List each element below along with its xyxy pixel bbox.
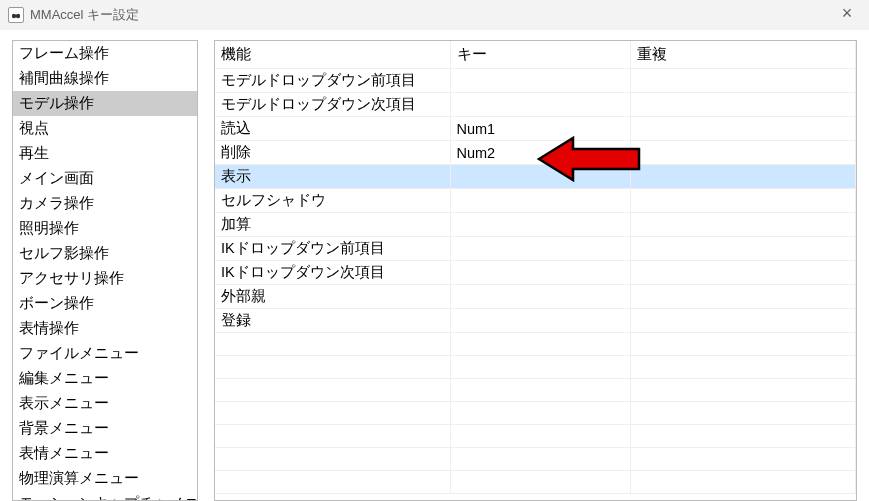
cell-key[interactable]: [450, 356, 630, 379]
sidebar-item[interactable]: モーションキャプチャメニュー: [13, 491, 197, 501]
sidebar-item[interactable]: カメラ操作: [13, 191, 197, 216]
cell-key[interactable]: [450, 471, 630, 494]
table-row[interactable]: 登録: [215, 309, 856, 333]
cell-dup[interactable]: [630, 141, 856, 165]
cell-key[interactable]: [450, 379, 630, 402]
cell-key[interactable]: [450, 425, 630, 448]
cell-dup[interactable]: [630, 471, 856, 494]
cell-func[interactable]: 外部親: [215, 285, 450, 309]
table-row[interactable]: セルフシャドウ: [215, 189, 856, 213]
cell-func[interactable]: セルフシャドウ: [215, 189, 450, 213]
category-list[interactable]: フレーム操作補間曲線操作モデル操作視点再生メイン画面カメラ操作照明操作セルフ影操…: [12, 40, 198, 501]
keybind-table[interactable]: 機能 キー 重複 モデルドロップダウン前項目モデルドロップダウン次項目読込Num…: [215, 41, 856, 494]
sidebar-item[interactable]: 補間曲線操作: [13, 66, 197, 91]
cell-dup[interactable]: [630, 333, 856, 356]
cell-func[interactable]: 加算: [215, 213, 450, 237]
cell-dup[interactable]: [630, 213, 856, 237]
table-row[interactable]: 加算: [215, 213, 856, 237]
col-header-key[interactable]: キー: [450, 41, 630, 69]
table-row[interactable]: 表示: [215, 165, 856, 189]
content-area: フレーム操作補間曲線操作モデル操作視点再生メイン画面カメラ操作照明操作セルフ影操…: [0, 30, 869, 501]
cell-func[interactable]: [215, 379, 450, 402]
cell-dup[interactable]: [630, 189, 856, 213]
col-header-dup[interactable]: 重複: [630, 41, 856, 69]
table-row[interactable]: IKドロップダウン前項目: [215, 237, 856, 261]
close-icon[interactable]: ×: [835, 4, 859, 22]
sidebar-item[interactable]: 再生: [13, 141, 197, 166]
cell-key[interactable]: [450, 93, 630, 117]
cell-dup[interactable]: [630, 261, 856, 285]
cell-dup[interactable]: [630, 69, 856, 93]
sidebar-item[interactable]: セルフ影操作: [13, 241, 197, 266]
sidebar-item[interactable]: ファイルメニュー: [13, 341, 197, 366]
table-row[interactable]: [215, 379, 856, 402]
cell-dup[interactable]: [630, 356, 856, 379]
cell-func[interactable]: モデルドロップダウン次項目: [215, 93, 450, 117]
cell-dup[interactable]: [630, 402, 856, 425]
cell-dup[interactable]: [630, 165, 856, 189]
cell-func[interactable]: [215, 356, 450, 379]
cell-key[interactable]: [450, 333, 630, 356]
col-header-func[interactable]: 機能: [215, 41, 450, 69]
cell-dup[interactable]: [630, 237, 856, 261]
table-row[interactable]: モデルドロップダウン次項目: [215, 93, 856, 117]
cell-dup[interactable]: [630, 448, 856, 471]
table-row[interactable]: [215, 471, 856, 494]
sidebar-item[interactable]: 表示メニュー: [13, 391, 197, 416]
sidebar-item[interactable]: 視点: [13, 116, 197, 141]
table-row[interactable]: [215, 448, 856, 471]
cell-key[interactable]: [450, 189, 630, 213]
cell-func[interactable]: IKドロップダウン前項目: [215, 237, 450, 261]
cell-key[interactable]: [450, 309, 630, 333]
sidebar-item[interactable]: 照明操作: [13, 216, 197, 241]
sidebar-item[interactable]: ボーン操作: [13, 291, 197, 316]
cell-dup[interactable]: [630, 309, 856, 333]
cell-func[interactable]: [215, 402, 450, 425]
sidebar-item[interactable]: 編集メニュー: [13, 366, 197, 391]
table-row[interactable]: [215, 333, 856, 356]
cell-func[interactable]: 登録: [215, 309, 450, 333]
cell-func[interactable]: 表示: [215, 165, 450, 189]
cell-key[interactable]: [450, 448, 630, 471]
sidebar-item[interactable]: 物理演算メニュー: [13, 466, 197, 491]
cell-key[interactable]: Num1: [450, 117, 630, 141]
table-row[interactable]: 削除Num2: [215, 141, 856, 165]
sidebar-item[interactable]: フレーム操作: [13, 41, 197, 66]
cell-key[interactable]: [450, 402, 630, 425]
cell-key[interactable]: [450, 165, 630, 189]
cell-dup[interactable]: [630, 93, 856, 117]
cell-key[interactable]: [450, 285, 630, 309]
cell-func[interactable]: 削除: [215, 141, 450, 165]
cell-func[interactable]: [215, 471, 450, 494]
cell-key[interactable]: [450, 213, 630, 237]
cell-key[interactable]: [450, 69, 630, 93]
cell-key[interactable]: Num2: [450, 141, 630, 165]
sidebar-item[interactable]: 背景メニュー: [13, 416, 197, 441]
cell-dup[interactable]: [630, 285, 856, 309]
sidebar-item[interactable]: アクセサリ操作: [13, 266, 197, 291]
cell-dup[interactable]: [630, 425, 856, 448]
cell-func[interactable]: 読込: [215, 117, 450, 141]
sidebar-item[interactable]: モデル操作: [13, 91, 197, 116]
titlebar: MMAccel キー設定 ×: [0, 0, 869, 30]
cell-key[interactable]: [450, 261, 630, 285]
cell-func[interactable]: モデルドロップダウン前項目: [215, 69, 450, 93]
cell-key[interactable]: [450, 237, 630, 261]
cell-func[interactable]: IKドロップダウン次項目: [215, 261, 450, 285]
cell-dup[interactable]: [630, 379, 856, 402]
table-row[interactable]: モデルドロップダウン前項目: [215, 69, 856, 93]
table-row[interactable]: 読込Num1: [215, 117, 856, 141]
table-row[interactable]: 外部親: [215, 285, 856, 309]
table-row[interactable]: IKドロップダウン次項目: [215, 261, 856, 285]
cell-dup[interactable]: [630, 117, 856, 141]
table-row[interactable]: [215, 356, 856, 379]
cell-func[interactable]: [215, 448, 450, 471]
sidebar-item[interactable]: メイン画面: [13, 166, 197, 191]
cell-func[interactable]: [215, 425, 450, 448]
cell-func[interactable]: [215, 333, 450, 356]
sidebar-item[interactable]: 表情メニュー: [13, 441, 197, 466]
svg-point-0: [12, 14, 16, 18]
sidebar-item[interactable]: 表情操作: [13, 316, 197, 341]
table-row[interactable]: [215, 425, 856, 448]
table-row[interactable]: [215, 402, 856, 425]
